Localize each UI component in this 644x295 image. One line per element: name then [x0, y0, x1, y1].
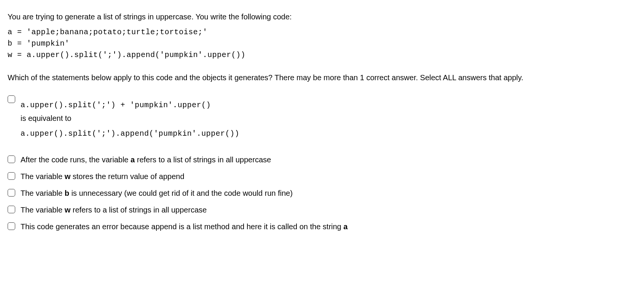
code-line-2: b = 'pumpkin': [8, 39, 70, 48]
option-5-post: refers to a list of strings in all upper…: [70, 206, 207, 214]
option-5-content: The variable w refers to a list of strin…: [21, 205, 636, 215]
option-1-code-1: a.upper().split(';') + 'pumpkin'.upper(): [21, 99, 636, 112]
option-2: After the code runs, the variable a refe…: [8, 154, 636, 165]
option-6-bold: a: [343, 222, 348, 231]
option-2-content: After the code runs, the variable a refe…: [21, 154, 636, 165]
option-6-content: This code generates an error because app…: [21, 221, 636, 232]
option-4-pre: The variable: [21, 189, 65, 197]
checkbox-5[interactable]: [8, 206, 15, 213]
option-5-pre: The variable: [21, 206, 65, 214]
option-4-bold: b: [65, 189, 69, 197]
code-block: a = 'apple;banana;potato;turtle;tortoise…: [8, 27, 636, 61]
option-3-post: stores the return value of append: [70, 172, 184, 181]
intro-text: You are trying to generate a list of str…: [8, 11, 636, 22]
checkbox-6[interactable]: [8, 222, 15, 230]
option-6-pre: This code generates an error because app…: [21, 222, 343, 231]
option-1-code-2: a.upper().split(';').append('pumpkin'.up…: [21, 128, 636, 139]
checkbox-3[interactable]: [8, 172, 15, 180]
option-1-text: is equivalent to: [21, 112, 636, 125]
option-1: a.upper().split(';') + 'pumpkin'.upper()…: [8, 94, 636, 139]
option-4-content: The variable b is unnecessary (we could …: [21, 188, 636, 198]
option-2-post: refers to a list of strings in all upper…: [135, 155, 271, 164]
option-1-content: a.upper().split(';') + 'pumpkin'.upper()…: [21, 94, 636, 139]
option-6: This code generates an error because app…: [8, 221, 636, 232]
question-text: Which of the statements below apply to t…: [8, 72, 636, 83]
option-2-bold: a: [131, 155, 135, 164]
option-3-content: The variable w stores the return value o…: [21, 171, 636, 182]
option-3: The variable w stores the return value o…: [8, 171, 636, 182]
checkbox-4[interactable]: [8, 189, 15, 197]
option-3-pre: The variable: [21, 172, 65, 181]
option-5: The variable w refers to a list of strin…: [8, 205, 636, 215]
option-3-bold: w: [65, 172, 71, 181]
checkbox-1[interactable]: [8, 95, 15, 103]
checkbox-2[interactable]: [8, 155, 15, 163]
option-4: The variable b is unnecessary (we could …: [8, 188, 636, 198]
option-4-post: is unnecessary (we could get rid of it a…: [69, 189, 293, 197]
code-line-1: a = 'apple;banana;potato;turtle;tortoise…: [8, 28, 207, 36]
option-2-pre: After the code runs, the variable: [21, 155, 131, 164]
option-5-bold: w: [65, 206, 71, 214]
code-line-3: w = a.upper().split(';').append('pumpkin…: [8, 51, 245, 59]
